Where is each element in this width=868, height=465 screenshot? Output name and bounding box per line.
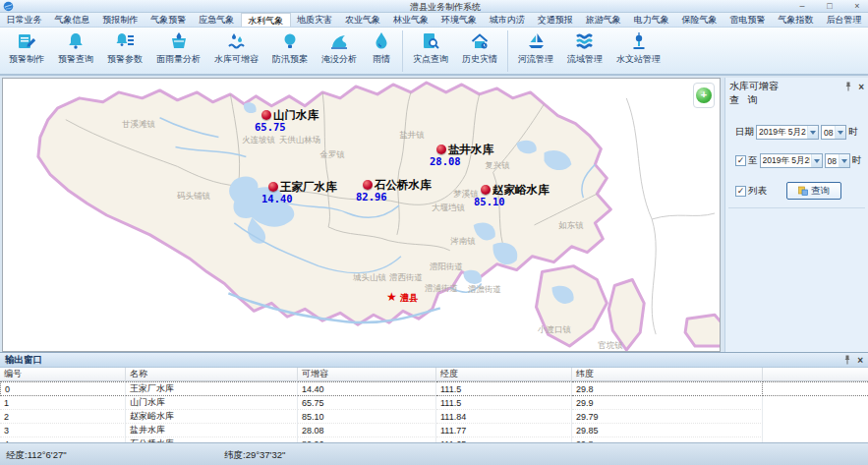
minimize-button[interactable]: –	[795, 1, 809, 12]
reservoir-dot-icon[interactable]	[268, 182, 278, 192]
query-button-icon	[798, 186, 808, 196]
county-map	[3, 79, 720, 351]
tab-lightning-warning[interactable]: 雷电预警	[723, 13, 772, 27]
reservoir-dot-icon[interactable]	[481, 185, 491, 195]
warning-params-button[interactable]: 预警参数	[100, 29, 149, 67]
col-header-id[interactable]: 编号	[0, 368, 126, 381]
tab-water-weather[interactable]: 水利气象	[241, 13, 291, 27]
status-longitude: 经度:112°6'27"	[6, 449, 67, 462]
col-header-capacity[interactable]: 可增容	[298, 368, 436, 381]
reservoir-value: 85.10	[474, 196, 505, 207]
tab-power-weather[interactable]: 电力气象	[627, 13, 675, 27]
toolbar-label: 河流管理	[518, 53, 553, 66]
rain-info-button[interactable]: 雨情	[364, 29, 399, 67]
warning-edit-button[interactable]: 预警制作	[2, 29, 51, 67]
hour-from-select[interactable]: 08	[821, 125, 846, 140]
map-zoom-in-button[interactable]: +	[693, 83, 715, 108]
neighbor-boundary	[652, 213, 715, 219]
chevron-down-icon[interactable]	[835, 126, 845, 139]
warning-query-icon	[65, 30, 87, 52]
pin-icon[interactable]	[843, 355, 851, 365]
flood-plan-button[interactable]: 防汛预案	[265, 29, 315, 67]
tab-forest-weather[interactable]: 林业气象	[387, 13, 435, 27]
reservoir-value: 65.75	[255, 121, 286, 133]
toolbar-label: 预警制作	[9, 53, 44, 66]
reservoir-value: 82.96	[356, 191, 387, 203]
table-row[interactable]: 0王家厂水库14.40111.529.8	[0, 381, 868, 396]
county-star-icon: ★	[386, 290, 397, 304]
col-header-name[interactable]: 名称	[126, 368, 298, 381]
query-form: 日期 2019年 5月24日 08 时 ✓ 至 2019年 5月25日	[728, 113, 865, 208]
reservoir-dot-icon[interactable]	[363, 180, 373, 190]
toolbar-label: 流域管理	[567, 53, 603, 66]
town-label: 官垸镇	[598, 340, 623, 352]
chevron-down-icon[interactable]	[811, 154, 822, 167]
chevron-down-icon[interactable]	[839, 154, 849, 167]
output-close-icon[interactable]: ×	[857, 356, 863, 365]
river-manage-button[interactable]: 河流管理	[511, 29, 560, 67]
panel-title: 水库可增容	[729, 80, 844, 93]
reservoir-dot-icon[interactable]	[261, 110, 271, 120]
query-button[interactable]: 查询	[786, 182, 841, 200]
town-label: 如东镇	[558, 220, 584, 232]
toolbar-separator	[507, 30, 508, 72]
tab-weather-info[interactable]: 气象信息	[48, 13, 96, 27]
area-rainfall-button[interactable]: 面雨量分析	[149, 29, 207, 67]
basin-manage-button[interactable]: 流域管理	[560, 29, 609, 67]
tab-forecast-making[interactable]: 预报制作	[96, 13, 145, 27]
reservoir-dot-icon[interactable]	[436, 145, 446, 154]
tab-traffic-forecast[interactable]: 交通预报	[531, 13, 579, 27]
hour-to-select[interactable]: 08	[825, 153, 850, 168]
output-window: 输出窗口 × 编号 名称 可增容 经度 纬度 0王家	[0, 352, 868, 442]
tab-geo-disaster[interactable]: 地质灾害	[291, 13, 339, 27]
status-latitude: 纬度:29°37'32"	[224, 449, 285, 462]
warning-query-button[interactable]: 预警查询	[51, 29, 100, 67]
close-button[interactable]: ×	[850, 1, 864, 12]
tab-insurance-weather[interactable]: 保险气象	[675, 13, 723, 27]
col-header-longitude[interactable]: 经度	[436, 368, 572, 381]
toolbar-label: 雨情	[373, 53, 390, 66]
tab-daily-ops[interactable]: 日常业务	[0, 13, 48, 27]
date-from-select[interactable]: 2019年 5月24日	[756, 125, 819, 140]
town-label: 火连坡镇	[242, 135, 275, 146]
disaster-query-icon	[420, 30, 441, 52]
toolbar-separator	[402, 30, 403, 72]
island-shape	[685, 315, 720, 346]
area-rainfall-icon	[168, 30, 190, 52]
toolbar-label: 历史灾情	[462, 53, 497, 66]
tab-agri-weather[interactable]: 农业气象	[339, 13, 387, 27]
disaster-query-button[interactable]: 灾点查询	[406, 29, 455, 67]
maximize-button[interactable]: □	[823, 1, 837, 12]
to-date-checkbox[interactable]: ✓	[735, 155, 746, 166]
toolbar-label: 淹没分析	[321, 53, 357, 66]
town-label: 金罗镇	[319, 149, 345, 161]
chevron-down-icon[interactable]	[807, 126, 818, 139]
pin-icon[interactable]	[844, 82, 852, 91]
tab-weather-index[interactable]: 气象指数	[772, 13, 820, 27]
list-checkbox[interactable]: ✓	[735, 186, 746, 197]
date-to-select[interactable]: 2019年 5月25日	[760, 153, 823, 168]
submerge-analysis-button[interactable]: 淹没分析	[315, 29, 364, 67]
col-header-latitude[interactable]: 纬度	[572, 368, 763, 381]
map-panel[interactable]: 甘溪滩镇 码头铺镇 火连坡镇 天供山林场 金罗镇 盐井镇 复兴镇 梦溪镇 大堰垱…	[2, 78, 721, 352]
disaster-history-icon	[469, 30, 491, 52]
tab-urban-flood[interactable]: 城市内涝	[483, 13, 531, 27]
toolbar-label: 灾点查询	[413, 53, 448, 66]
warning-params-icon	[114, 30, 136, 52]
tab-weather-warning[interactable]: 气象预警	[145, 13, 193, 27]
tab-emergency-weather[interactable]: 应急气象	[193, 13, 241, 27]
table-row[interactable]: 2赵家峪水库85.10111.8429.79	[0, 410, 868, 424]
town-label: 天供山林场	[279, 135, 321, 146]
reservoir-capacity-button[interactable]: 水库可增容	[207, 29, 265, 67]
table-row[interactable]: 3盐井水库28.08111.7729.85	[0, 424, 868, 437]
hydro-station-button[interactable]: 水文站管理	[609, 29, 667, 67]
tab-env-weather[interactable]: 环境气象	[434, 13, 483, 27]
tab-admin[interactable]: 后台管理	[820, 13, 868, 27]
disaster-history-button[interactable]: 历史灾情	[455, 29, 504, 67]
status-bar: 经度:112°6'27" 纬度:29°37'32"	[0, 442, 868, 465]
tab-tourism-weather[interactable]: 旅游气象	[579, 13, 627, 27]
panel-close-icon[interactable]: ×	[858, 83, 864, 91]
to-label: 至	[748, 154, 758, 167]
col-header-empty	[763, 368, 868, 381]
table-row[interactable]: 1山门水库65.75111.529.9	[0, 396, 868, 410]
